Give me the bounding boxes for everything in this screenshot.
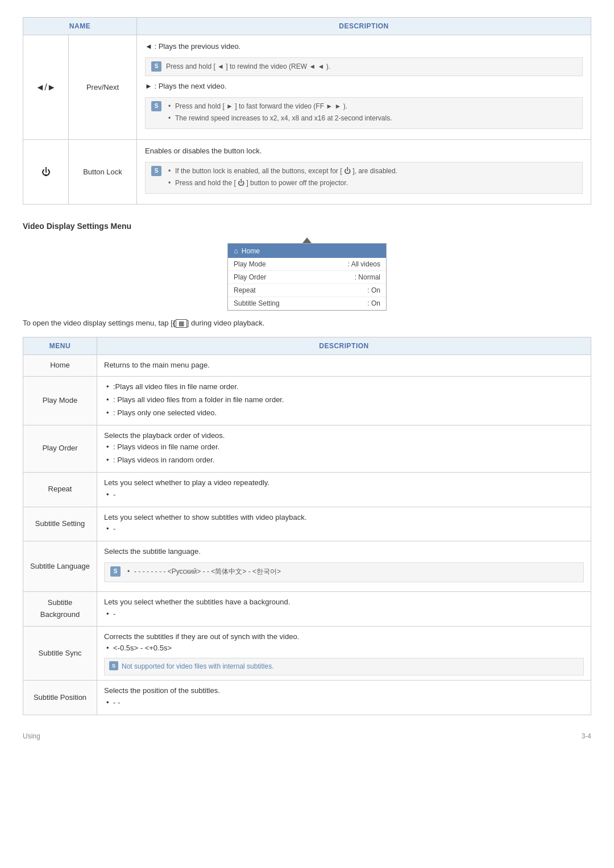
desc-cell: Selects the position of the subtitles. -… [97,681,591,715]
desc-text: Returns to the main menu page. [104,361,210,369]
table-row: Play Mode :Plays all video files in file… [23,377,591,425]
menu-box-row: Play Mode: All videos [228,258,386,271]
list-item: : Plays videos in random order. [104,454,584,466]
desc-cell: Lets you select whether to show subtitle… [97,507,591,541]
menu-cell: Subtitle Background [23,592,97,627]
top-table-desc-header: DESCRIPTION [137,18,591,35]
menu-label: Repeat [234,286,256,294]
name-cell: Button Lock [69,140,137,205]
desc-cell: Returns to the main menu page. [97,355,591,377]
menu-box-header-label: Home [242,247,260,255]
home-icon: ⌂ [234,247,238,255]
table-row: Subtitle Language Selects the subtitle l… [23,541,591,592]
list-item: The rewind speed increases to x2, x4, x8… [166,113,392,124]
bottom-table-desc-header: DESCRIPTION [97,337,591,355]
menu-box-header: ⌂ Home [228,244,386,258]
footer-right: 3-4 [582,732,591,740]
name-cell: Prev/Next [69,35,137,140]
bottom-table-menu-header: MENU [23,337,97,355]
menu-box-row: Play Order: Normal [228,271,386,284]
lead-text: Lets you select whether to show subtitle… [104,512,584,524]
menu-value: : Normal [355,273,380,281]
list-item: :Plays all video files in file name orde… [104,381,584,393]
page-footer: Using 3-4 [23,732,591,740]
desc-cell: ◄ : Plays the previous video.SPress and … [137,35,591,140]
lead-text: Selects the playback order of videos. [104,430,584,442]
lead-text: Corrects the subtitles if they are out o… [104,631,584,643]
icon-cell: ◄/► [23,35,69,140]
menu-cell: Play Mode [23,377,97,425]
menu-cell: Subtitle Language [23,541,97,592]
table-row: Subtitle Background Lets you select whet… [23,592,591,627]
desc-cell: Corrects the subtitles if they are out o… [97,626,591,681]
list-item: Press and hold the [ ⏻ ] button to power… [166,178,397,189]
table-row: ⏻ Button Lock Enables or disables the bu… [23,140,591,205]
menu-arrow-up [302,237,312,243]
list-item: Press and hold [ ► ] to fast forward the… [166,101,392,112]
menu-label: Subtitle Setting [234,299,280,307]
icon-cell: ⏻ [23,140,69,205]
list-item: If the button lock is enabled, all the b… [166,166,397,177]
list-item: : Plays videos in file name order. [104,441,584,453]
menu-box-row: Subtitle Setting: On [228,297,386,310]
menu-value: : All videos [348,260,380,268]
table-row: Subtitle Setting Lets you select whether… [23,507,591,541]
menu-instruction: To open the video display settings menu,… [23,319,591,328]
menu-cell: Play Order [23,425,97,472]
list-item: - [104,523,584,535]
list-item: - - [104,697,584,709]
list-item: - [104,489,584,501]
menu-cell: Home [23,355,97,377]
menu-box-row: Repeat: On [228,284,386,297]
menu-value: : On [367,286,380,294]
menu-screenshot: ⌂ Home Play Mode: All videosPlay Order: … [23,237,591,311]
table-row: Subtitle Position Selects the position o… [23,681,591,715]
list-item: - - - - - - - - <Русский> - - <简体中文> - <… [125,566,281,577]
desc-cell: Lets you select whether the subtitles ha… [97,592,591,627]
table-row: Subtitle Sync Corrects the subtitles if … [23,626,591,681]
lead-text: Lets you select whether to play a video … [104,477,584,489]
desc-cell: Enables or disables the button lock.SIf … [137,140,591,205]
note-text: Not supported for video files with inter… [122,661,273,672]
top-table-name-header: NAME [23,18,137,35]
bottom-table: MENU DESCRIPTION Home Returns to the mai… [23,337,591,715]
table-row: Home Returns to the main menu page. [23,355,591,377]
table-row: Play Order Selects the playback order of… [23,425,591,472]
list-item: - [104,608,584,620]
desc-cell: Selects the playback order of videos. : … [97,425,591,472]
menu-value: : On [367,299,380,307]
menu-label: Play Order [234,273,266,281]
menu-cell: Subtitle Setting [23,507,97,541]
desc-cell: :Plays all video files in file name orde… [97,377,591,425]
menu-cell: Subtitle Position [23,681,97,715]
list-item: : Plays all video files from a folder in… [104,394,584,406]
top-table: NAME DESCRIPTION ◄/► Prev/Next ◄ : Plays… [23,17,591,205]
list-item: : Plays only one selected video. [104,407,584,419]
menu-cell: Repeat [23,472,97,507]
lead-text: Lets you select whether the subtitles ha… [104,596,584,608]
section-title: Video Display Settings Menu [23,222,591,231]
menu-cell: Subtitle Sync [23,626,97,681]
table-row: ◄/► Prev/Next ◄ : Plays the previous vid… [23,35,591,140]
footer-left: Using [23,732,40,740]
lead-text: Selects the position of the subtitles. [104,685,584,697]
desc-cell: Selects the subtitle language.S - - - - … [97,541,591,592]
table-row: Repeat Lets you select whether to play a… [23,472,591,507]
lead-text: Selects the subtitle language. [104,546,584,558]
list-item: <-0.5s> - <+0.5s> [104,642,584,654]
desc-cell: Lets you select whether to play a video … [97,472,591,507]
menu-label: Play Mode [234,260,266,268]
menu-box: ⌂ Home Play Mode: All videosPlay Order: … [227,243,387,311]
